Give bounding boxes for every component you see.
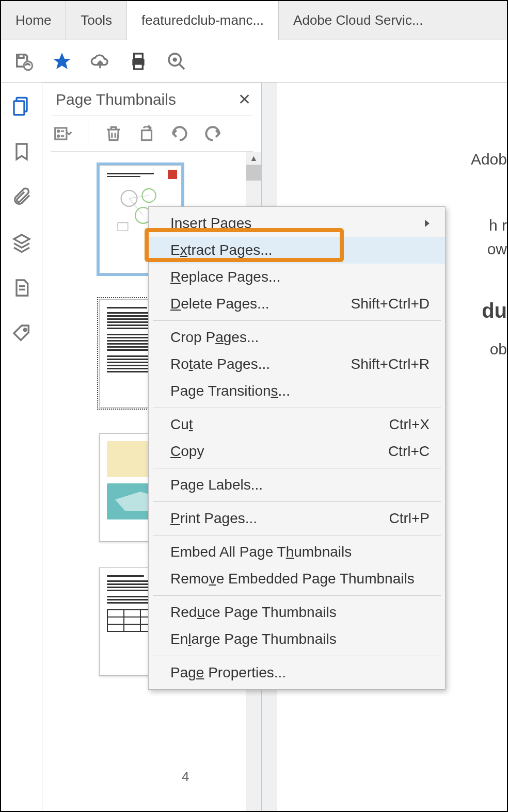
context-menu: Insert Pages Extract Pages... Replace Pa… [148,206,446,690]
tab-bar: Home Tools featuredclub-manc... Adobe Cl… [1,1,507,40]
toolbar [1,40,507,83]
tag-icon[interactable] [11,323,32,344]
shortcut: Ctrl+P [389,510,430,527]
ctx-extract-pages[interactable]: Extract Pages... [149,237,445,264]
tab-document[interactable]: featuredclub-manc... [127,1,279,40]
ctx-crop-pages[interactable]: Crop Pages... [149,324,445,351]
shortcut: Shift+Ctrl+R [351,356,430,372]
separator [153,656,441,656]
svg-rect-21 [142,131,152,140]
content-text: h r [489,217,507,234]
rotate-page-icon[interactable] [137,124,156,143]
svg-marker-1 [53,53,70,69]
ctx-insert-pages[interactable]: Insert Pages [149,210,445,237]
tab-tools[interactable]: Tools [66,1,127,40]
svg-marker-10 [14,235,29,243]
save-cloud-icon[interactable] [13,51,34,72]
undo-icon[interactable] [170,124,189,143]
thumbnail-panel-title: Page Thumbnails [56,91,176,108]
separator [153,408,441,408]
ctx-embed-thumbnails[interactable]: Embed All Page Thumbnails [149,539,445,565]
shortcut: Ctrl+C [388,443,430,460]
attachment-icon[interactable] [11,187,32,207]
tab-cloud[interactable]: Adobe Cloud Servic... [279,1,437,40]
svg-rect-3 [134,54,143,59]
pdf-badge-icon [168,170,177,179]
ctx-remove-embedded-thumbnails[interactable]: Remove Embedded Page Thumbnails [149,565,445,592]
separator [88,121,88,146]
redo-icon[interactable] [203,124,223,143]
ctx-cut[interactable]: Cut Ctrl+X [149,411,445,438]
tab-home[interactable]: Home [1,1,66,40]
ctx-print-pages[interactable]: Print Pages... Ctrl+P [149,505,445,532]
page-thumbnails-icon[interactable] [11,96,32,117]
ctx-copy[interactable]: Copy Ctrl+C [149,438,445,465]
svg-point-16 [58,135,59,137]
svg-point-13 [24,329,26,331]
svg-line-6 [179,64,184,69]
ctx-enlarge-thumbnails[interactable]: Enlarge Page Thumbnails [149,626,445,653]
close-icon[interactable]: ✕ [238,90,251,108]
svg-rect-27 [118,223,128,231]
ctx-page-labels[interactable]: Page Labels... [149,472,445,498]
separator [153,595,441,596]
delete-icon[interactable] [104,124,123,143]
ctx-page-properties[interactable]: Page Properties... [149,659,445,686]
thumbnail-tools [42,116,261,151]
thumbnail-panel-header: Page Thumbnails ✕ [42,83,261,116]
ctx-replace-pages[interactable]: Replace Pages... [149,264,445,290]
ctx-page-transitions[interactable]: Page Transitions... [149,378,445,404]
svg-rect-9 [14,101,24,115]
bookmark-icon[interactable] [11,141,32,162]
separator [153,468,441,468]
ctx-rotate-pages[interactable]: Rotate Pages... Shift+Ctrl+R [149,351,445,378]
svg-point-15 [58,131,59,132]
ctx-delete-pages[interactable]: Delete Pages... Shift+Ctrl+D [149,290,445,317]
content-text: ob [490,340,507,358]
ctx-reduce-thumbnails[interactable]: Reduce Page Thumbnails [149,599,445,626]
separator [153,535,441,535]
svg-point-0 [24,61,33,70]
separator [153,501,441,502]
svg-rect-4 [134,64,143,69]
content-text: du [482,299,507,322]
scroll-up-icon[interactable]: ▲ [246,152,261,165]
options-dropdown-icon[interactable] [53,124,72,143]
content-text: Adob [471,151,507,168]
svg-point-7 [173,58,176,61]
print-icon[interactable] [128,51,149,72]
layers-icon[interactable] [11,232,32,253]
scroll-thumb[interactable] [246,165,261,181]
separator [153,320,441,321]
star-icon[interactable] [52,51,72,72]
nav-rail [1,83,42,811]
cloud-upload-icon[interactable] [90,51,110,72]
content-text: ow [487,240,507,258]
search-icon[interactable] [166,51,187,72]
shortcut: Shift+Ctrl+D [351,296,430,312]
thumbnail-page-label: 4 [182,769,189,785]
shortcut: Ctrl+X [389,416,430,433]
svg-line-25 [129,196,149,199]
page-icon[interactable] [11,278,32,298]
svg-rect-14 [55,128,67,139]
